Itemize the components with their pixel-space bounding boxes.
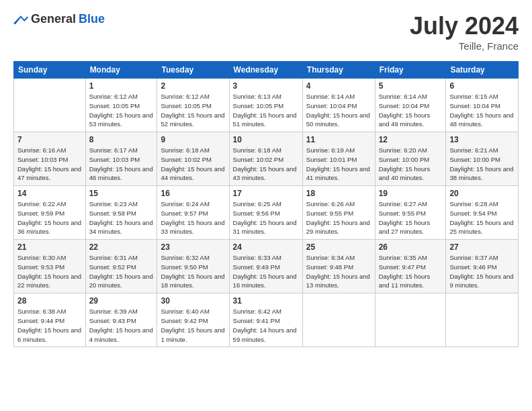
day-info: Sunrise: 6:34 AM Sunset: 9:48 PM Dayligh… <box>306 253 371 290</box>
daylight: Daylight: 15 hours and 43 minutes. <box>233 165 297 182</box>
calendar-table: Sunday Monday Tuesday Wednesday Thursday… <box>13 61 519 347</box>
day-number: 14 <box>17 189 82 198</box>
week-row-2: 7 Sunrise: 6:16 AM Sunset: 10:03 PM Dayl… <box>14 132 519 186</box>
day-info: Sunrise: 6:24 AM Sunset: 9:57 PM Dayligh… <box>161 199 225 236</box>
table-cell: 7 Sunrise: 6:16 AM Sunset: 10:03 PM Dayl… <box>14 132 86 186</box>
sunset: Sunset: 9:42 PM <box>161 317 208 324</box>
week-row-3: 14 Sunrise: 6:22 AM Sunset: 9:59 PM Dayl… <box>14 186 519 240</box>
sunset: Sunset: 10:01 PM <box>306 156 357 163</box>
sunset: Sunset: 10:03 PM <box>89 156 140 163</box>
daylight: Daylight: 15 hours and 52 minutes. <box>161 111 224 128</box>
table-cell: 8 Sunrise: 6:17 AM Sunset: 10:03 PM Dayl… <box>85 132 157 186</box>
daylight: Daylight: 15 hours and 41 minutes. <box>306 165 370 182</box>
day-number: 6 <box>449 81 515 91</box>
sunrise: Sunrise: 6:21 AM <box>449 146 498 154</box>
daylight: Daylight: 15 hours and 27 minutes. <box>379 219 431 236</box>
sunrise: Sunrise: 6:23 AM <box>89 200 138 208</box>
table-cell <box>14 79 86 132</box>
col-sunday: Sunday <box>14 62 86 79</box>
sunset: Sunset: 9:43 PM <box>89 317 136 324</box>
day-number: 23 <box>161 242 225 252</box>
sunrise: Sunrise: 6:14 AM <box>306 93 355 100</box>
sunrise: Sunrise: 6:13 AM <box>233 93 281 100</box>
col-thursday: Thursday <box>302 62 375 79</box>
table-cell: 27 Sunrise: 6:37 AM Sunset: 9:46 PM Dayl… <box>446 240 519 293</box>
daylight: Daylight: 15 hours and 51 minutes. <box>233 111 297 128</box>
sunset: Sunset: 9:57 PM <box>161 210 208 217</box>
day-number: 3 <box>233 81 299 91</box>
table-cell: 31 Sunrise: 6:42 AM Sunset: 9:41 PM Dayl… <box>229 293 302 347</box>
sunset: Sunset: 9:46 PM <box>449 263 496 271</box>
table-cell: 9 Sunrise: 6:18 AM Sunset: 10:02 PM Dayl… <box>157 132 229 186</box>
daylight: Daylight: 15 hours and 13 minutes. <box>306 273 370 289</box>
daylight: Daylight: 15 hours and 6 minutes. <box>17 326 81 343</box>
sunset: Sunset: 9:49 PM <box>233 263 280 271</box>
table-cell: 13 Sunrise: 6:21 AM Sunset: 10:00 PM Day… <box>446 132 519 186</box>
day-info: Sunrise: 6:28 AM Sunset: 9:54 PM Dayligh… <box>449 199 515 236</box>
sunrise: Sunrise: 6:16 AM <box>17 146 66 154</box>
daylight: Daylight: 15 hours and 44 minutes. <box>161 165 224 182</box>
table-cell: 1 Sunrise: 6:12 AM Sunset: 10:05 PM Dayl… <box>85 79 157 132</box>
daylight: Daylight: 15 hours and 38 minutes. <box>449 165 513 182</box>
week-row-1: 1 Sunrise: 6:12 AM Sunset: 10:05 PM Dayl… <box>14 79 519 132</box>
day-info: Sunrise: 6:39 AM Sunset: 9:43 PM Dayligh… <box>89 307 154 344</box>
day-number: 11 <box>306 135 371 144</box>
table-cell: 11 Sunrise: 6:19 AM Sunset: 10:01 PM Day… <box>302 132 375 186</box>
day-number: 10 <box>233 135 299 144</box>
logo-icon <box>13 13 28 26</box>
sunset: Sunset: 9:48 PM <box>306 263 353 271</box>
logo: GeneralBlue <box>13 12 105 26</box>
table-cell: 24 Sunrise: 6:33 AM Sunset: 9:49 PM Dayl… <box>229 240 302 293</box>
sunrise: Sunrise: 6:18 AM <box>161 146 209 154</box>
day-number: 7 <box>17 135 82 144</box>
table-cell: 10 Sunrise: 6:18 AM Sunset: 10:02 PM Day… <box>229 132 302 186</box>
logo-general: General <box>31 12 76 26</box>
sunset: Sunset: 10:00 PM <box>379 156 430 163</box>
sunset: Sunset: 9:55 PM <box>379 210 426 217</box>
table-cell: 29 Sunrise: 6:39 AM Sunset: 9:43 PM Dayl… <box>85 293 157 347</box>
table-cell: 14 Sunrise: 6:22 AM Sunset: 9:59 PM Dayl… <box>14 186 86 240</box>
sunset: Sunset: 10:04 PM <box>306 102 357 109</box>
sunrise: Sunrise: 6:14 AM <box>379 93 427 100</box>
sunset: Sunset: 9:58 PM <box>89 210 136 217</box>
sunrise: Sunrise: 6:17 AM <box>89 146 138 154</box>
daylight: Daylight: 15 hours and 16 minutes. <box>233 273 297 289</box>
day-number: 4 <box>306 81 371 91</box>
sunrise: Sunrise: 6:38 AM <box>17 308 66 315</box>
table-cell: 15 Sunrise: 6:23 AM Sunset: 9:58 PM Dayl… <box>85 186 157 240</box>
sunrise: Sunrise: 6:33 AM <box>233 254 281 261</box>
daylight: Daylight: 15 hours and 48 minutes. <box>449 111 513 128</box>
daylight: Daylight: 15 hours and 29 minutes. <box>306 219 370 236</box>
day-info: Sunrise: 6:37 AM Sunset: 9:46 PM Dayligh… <box>449 253 515 290</box>
day-number: 27 <box>449 242 515 252</box>
sunrise: Sunrise: 6:12 AM <box>161 93 209 100</box>
day-info: Sunrise: 6:32 AM Sunset: 9:50 PM Dayligh… <box>161 253 225 290</box>
header: GeneralBlue July 2024 Teille, France <box>13 12 519 52</box>
day-info: Sunrise: 6:18 AM Sunset: 10:02 PM Daylig… <box>233 146 299 183</box>
day-info: Sunrise: 6:22 AM Sunset: 9:59 PM Dayligh… <box>17 199 82 236</box>
day-info: Sunrise: 6:23 AM Sunset: 9:58 PM Dayligh… <box>89 199 154 236</box>
day-number: 13 <box>449 135 515 144</box>
table-cell <box>446 293 519 347</box>
table-cell: 18 Sunrise: 6:26 AM Sunset: 9:55 PM Dayl… <box>302 186 375 240</box>
sunrise: Sunrise: 6:34 AM <box>306 254 355 261</box>
daylight: Daylight: 15 hours and 34 minutes. <box>89 219 153 236</box>
sunrise: Sunrise: 6:37 AM <box>449 254 498 261</box>
day-number: 21 <box>17 242 82 252</box>
day-info: Sunrise: 6:17 AM Sunset: 10:03 PM Daylig… <box>89 146 154 183</box>
day-info: Sunrise: 6:19 AM Sunset: 10:01 PM Daylig… <box>306 146 371 183</box>
col-monday: Monday <box>85 62 157 79</box>
sunset: Sunset: 10:05 PM <box>161 102 212 109</box>
daylight: Daylight: 15 hours and 33 minutes. <box>161 219 224 236</box>
sunrise: Sunrise: 6:25 AM <box>233 200 281 208</box>
day-info: Sunrise: 6:38 AM Sunset: 9:44 PM Dayligh… <box>17 307 82 344</box>
table-cell <box>302 293 375 347</box>
sunrise: Sunrise: 6:30 AM <box>17 254 66 261</box>
day-info: Sunrise: 6:30 AM Sunset: 9:53 PM Dayligh… <box>17 253 82 290</box>
sunset: Sunset: 9:52 PM <box>89 263 136 271</box>
day-info: Sunrise: 6:14 AM Sunset: 10:04 PM Daylig… <box>379 92 443 129</box>
day-number: 17 <box>233 189 299 198</box>
daylight: Daylight: 15 hours and 9 minutes. <box>449 273 513 289</box>
sunset: Sunset: 9:54 PM <box>449 210 496 217</box>
table-cell: 22 Sunrise: 6:31 AM Sunset: 9:52 PM Dayl… <box>85 240 157 293</box>
